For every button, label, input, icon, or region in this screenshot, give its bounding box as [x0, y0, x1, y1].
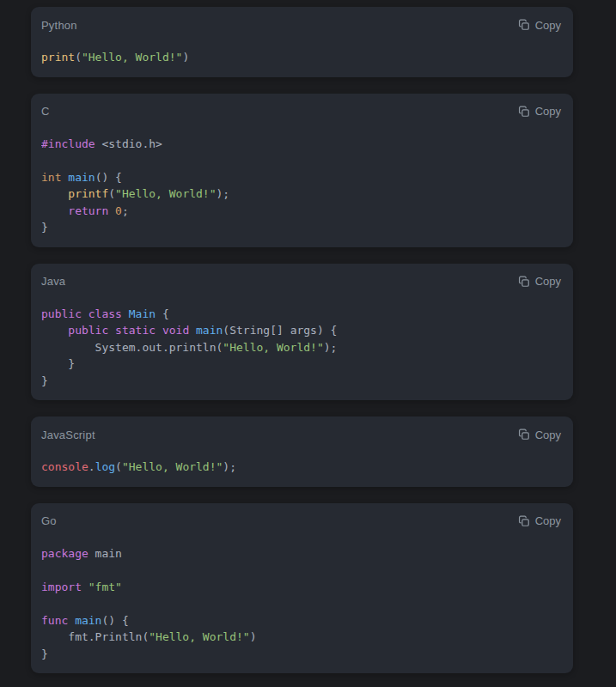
code-token: public: [68, 324, 108, 337]
code-block-header: Python Copy: [41, 17, 561, 33]
code-token: [108, 204, 115, 217]
code-token: "Hello, World!": [82, 51, 182, 64]
code-token: log: [95, 460, 115, 473]
copy-button-label: Copy: [535, 275, 561, 288]
code-block-card: Go Copy package main import "fmt" func m…: [31, 503, 573, 674]
language-label: Java: [41, 275, 65, 288]
code-token: (: [108, 187, 115, 200]
code-block-card: Python Copy print("Hello, World!"): [31, 7, 573, 77]
code-token: return: [68, 204, 108, 217]
code-token: 0: [115, 204, 122, 217]
copy-icon: [518, 276, 530, 288]
copy-button[interactable]: Copy: [518, 105, 561, 118]
code-token: "Hello, World!": [115, 187, 216, 200]
code-token: import: [41, 581, 82, 593]
language-label: C: [41, 105, 50, 118]
code-token: );: [217, 187, 230, 200]
code-token: () {: [95, 171, 122, 184]
code-blocks-container: Python Copy print("Hello, World!") C: [0, 0, 616, 687]
code-content[interactable]: package main import "fmt" func main() { …: [41, 545, 561, 663]
code-token: }: [41, 374, 48, 387]
code-token: "Hello, World!": [223, 341, 323, 354]
code-token: ): [182, 51, 189, 64]
language-label: Go: [41, 514, 57, 527]
code-content[interactable]: #include <stdio.h> int main() { printf("…: [41, 136, 561, 236]
code-token: main: [88, 547, 122, 560]
copy-icon: [518, 429, 530, 441]
code-content[interactable]: console.log("Hello, World!");: [41, 459, 561, 476]
code-token: ): [250, 630, 257, 643]
code-token: console: [41, 460, 88, 473]
code-token: "Hello, World!": [149, 630, 249, 643]
copy-button-label: Copy: [535, 105, 561, 118]
code-token: [68, 614, 75, 627]
code-token: (: [115, 460, 122, 473]
code-block-header: JavaScript Copy: [41, 427, 561, 442]
code-token: <stdio.h>: [95, 137, 162, 150]
code-token: package: [41, 547, 88, 560]
language-label: Python: [41, 19, 77, 32]
code-token: [41, 324, 68, 337]
code-token: [189, 324, 196, 337]
code-token: class: [88, 307, 122, 320]
code-token: static: [115, 324, 156, 337]
code-token: );: [324, 341, 338, 354]
code-token: main: [68, 171, 95, 184]
code-token: }: [41, 357, 75, 370]
code-block-card: C Copy #include <stdio.h> int main() { p…: [31, 94, 573, 247]
copy-button-label: Copy: [535, 429, 561, 441]
code-token: {: [156, 307, 169, 320]
code-block-header: C Copy: [41, 104, 561, 119]
code-token: print: [41, 51, 75, 64]
code-token: [108, 324, 115, 337]
code-token: [41, 187, 68, 200]
code-token: [41, 204, 68, 217]
language-label: JavaScript: [41, 429, 95, 441]
copy-icon: [518, 19, 530, 31]
code-token: [82, 581, 88, 593]
code-token: .: [88, 460, 95, 473]
code-block-card: Java Copy public class Main { public sta…: [31, 264, 573, 401]
code-token: System.out.println(: [41, 341, 223, 354]
code-token: main: [196, 324, 223, 337]
code-content[interactable]: print("Hello, World!"): [41, 49, 561, 66]
code-block-card: JavaScript Copy console.log("Hello, Worl…: [31, 416, 573, 487]
code-token: main: [75, 614, 101, 627]
code-token: Main: [129, 307, 156, 320]
copy-icon: [518, 515, 530, 527]
code-block-header: Go Copy: [41, 514, 561, 529]
code-token: }: [41, 221, 48, 234]
copy-button[interactable]: Copy: [518, 429, 561, 441]
code-token: public: [41, 307, 82, 320]
copy-icon: [518, 106, 530, 118]
code-token: #include: [41, 137, 95, 150]
code-token: void: [162, 324, 189, 337]
copy-button[interactable]: Copy: [518, 275, 561, 288]
code-token: (String[] args) {: [223, 324, 337, 337]
code-token: "fmt": [88, 581, 122, 593]
code-token: [156, 324, 162, 337]
code-token: () {: [101, 614, 128, 627]
code-token: int: [41, 171, 61, 184]
copy-button[interactable]: Copy: [518, 19, 561, 32]
code-block-header: Java Copy: [41, 274, 561, 289]
code-token: ;: [122, 204, 129, 217]
code-token: "Hello, World!": [122, 460, 223, 473]
copy-button-label: Copy: [535, 19, 561, 32]
copy-button[interactable]: Copy: [518, 514, 561, 527]
code-token: );: [223, 460, 236, 473]
code-token: printf: [68, 187, 108, 200]
code-token: fmt.Println(: [41, 630, 149, 643]
code-token: [122, 307, 129, 320]
copy-button-label: Copy: [535, 514, 561, 527]
code-content[interactable]: public class Main { public static void m…: [41, 306, 561, 390]
code-token: [82, 307, 88, 320]
code-token: }: [41, 647, 48, 660]
code-token: func: [41, 614, 68, 627]
code-token: (: [75, 51, 82, 64]
